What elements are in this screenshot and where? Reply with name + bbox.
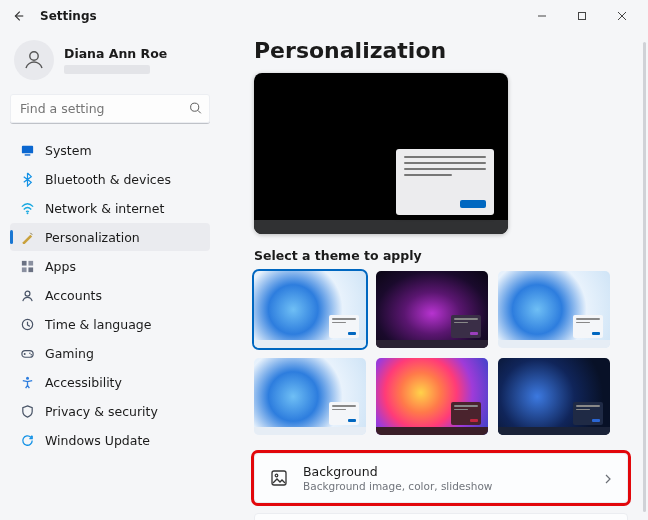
time-icon: [20, 317, 35, 332]
row-colors[interactable]: ColorsAccent color, transparency effects…: [254, 513, 628, 520]
sidebar-item-time[interactable]: Time & language: [10, 310, 210, 338]
minimize-button[interactable]: [522, 4, 562, 28]
theme-taskbar: [376, 427, 488, 435]
accounts-icon: [20, 288, 35, 303]
theme-windows-light[interactable]: [254, 271, 366, 348]
sidebar-item-label: Time & language: [45, 317, 151, 332]
window-title: Settings: [40, 9, 97, 23]
sidebar-item-label: System: [45, 143, 92, 158]
svg-point-5: [27, 212, 29, 214]
theme-window: [329, 315, 359, 338]
nav-list: SystemBluetooth & devicesNetwork & inter…: [10, 136, 210, 454]
preview-window: [396, 149, 494, 215]
privacy-icon: [20, 404, 35, 419]
svg-rect-9: [28, 267, 33, 272]
user-name: Diana Ann Roe: [64, 46, 167, 61]
user-card[interactable]: Diana Ann Roe: [10, 36, 210, 88]
sidebar-item-network[interactable]: Network & internet: [10, 194, 210, 222]
sidebar-item-gaming[interactable]: Gaming: [10, 339, 210, 367]
sidebar-item-apps[interactable]: Apps: [10, 252, 210, 280]
svg-point-14: [31, 353, 33, 355]
search-box[interactable]: [10, 94, 210, 124]
theme-taskbar: [376, 340, 488, 348]
personalization-icon: [20, 230, 35, 245]
preview-taskbar: [254, 220, 508, 234]
theme-bloom-dark[interactable]: [498, 358, 610, 435]
sidebar-item-bluetooth[interactable]: Bluetooth & devices: [10, 165, 210, 193]
sidebar-item-label: Apps: [45, 259, 76, 274]
close-icon: [617, 11, 627, 21]
svg-rect-4: [25, 154, 31, 155]
sidebar-item-label: Personalization: [45, 230, 140, 245]
row-title: Background: [303, 464, 589, 479]
theme-window: [573, 402, 603, 425]
background-icon: [269, 468, 289, 488]
person-icon: [22, 48, 46, 72]
theme-bloom-light-3[interactable]: [254, 358, 366, 435]
gaming-icon: [20, 346, 35, 361]
back-button[interactable]: [6, 4, 30, 28]
sidebar-item-accessibility[interactable]: Accessibility: [10, 368, 210, 396]
svg-point-17: [275, 474, 278, 477]
accessibility-icon: [20, 375, 35, 390]
minimize-icon: [537, 11, 547, 21]
page-title: Personalization: [254, 38, 628, 63]
theme-grid: [254, 271, 628, 435]
theme-taskbar: [498, 340, 610, 348]
svg-rect-16: [272, 471, 286, 485]
theme-taskbar: [498, 427, 610, 435]
sidebar: Diana Ann Roe SystemBluetooth & devicesN…: [0, 32, 218, 520]
sidebar-item-label: Gaming: [45, 346, 94, 361]
maximize-icon: [577, 11, 587, 21]
theme-section-label: Select a theme to apply: [254, 248, 628, 263]
arrow-left-icon: [11, 9, 25, 23]
sidebar-item-label: Privacy & security: [45, 404, 158, 419]
update-icon: [20, 433, 35, 448]
row-subtitle: Background image, color, slideshow: [303, 480, 589, 492]
sidebar-item-label: Bluetooth & devices: [45, 172, 171, 187]
theme-bloom-light-2[interactable]: [498, 271, 610, 348]
settings-rows: BackgroundBackground image, color, slide…: [254, 453, 628, 520]
svg-rect-6: [22, 260, 27, 265]
theme-window: [329, 402, 359, 425]
theme-taskbar: [254, 340, 366, 348]
desktop-preview: [254, 73, 508, 234]
avatar: [14, 40, 54, 80]
row-background[interactable]: BackgroundBackground image, color, slide…: [254, 453, 628, 503]
sidebar-item-label: Network & internet: [45, 201, 164, 216]
svg-point-2: [191, 103, 199, 111]
sidebar-item-accounts[interactable]: Accounts: [10, 281, 210, 309]
sidebar-item-system[interactable]: System: [10, 136, 210, 164]
network-icon: [20, 201, 35, 216]
sidebar-item-privacy[interactable]: Privacy & security: [10, 397, 210, 425]
sidebar-item-update[interactable]: Windows Update: [10, 426, 210, 454]
titlebar: Settings: [0, 0, 648, 32]
bluetooth-icon: [20, 172, 35, 187]
theme-window: [451, 402, 481, 425]
svg-rect-8: [22, 267, 27, 272]
apps-icon: [20, 259, 35, 274]
theme-taskbar: [254, 427, 366, 435]
theme-sunrise[interactable]: [376, 358, 488, 435]
svg-point-15: [26, 376, 29, 379]
theme-window: [451, 315, 481, 338]
svg-point-13: [29, 352, 31, 354]
sidebar-item-label: Accessibility: [45, 375, 122, 390]
scrollbar[interactable]: [643, 42, 646, 512]
theme-window: [573, 315, 603, 338]
sidebar-item-label: Accounts: [45, 288, 102, 303]
svg-rect-7: [28, 260, 33, 265]
search-icon: [189, 100, 202, 119]
sidebar-item-label: Windows Update: [45, 433, 150, 448]
svg-rect-3: [22, 145, 33, 153]
theme-windows-dark[interactable]: [376, 271, 488, 348]
close-button[interactable]: [602, 4, 642, 28]
svg-point-10: [25, 291, 30, 296]
svg-point-1: [30, 52, 38, 60]
user-sub-placeholder: [64, 65, 150, 74]
search-input[interactable]: [10, 94, 210, 124]
chevron-right-icon: [603, 469, 613, 488]
sidebar-item-personalization[interactable]: Personalization: [10, 223, 210, 251]
maximize-button[interactable]: [562, 4, 602, 28]
svg-rect-0: [579, 13, 586, 20]
